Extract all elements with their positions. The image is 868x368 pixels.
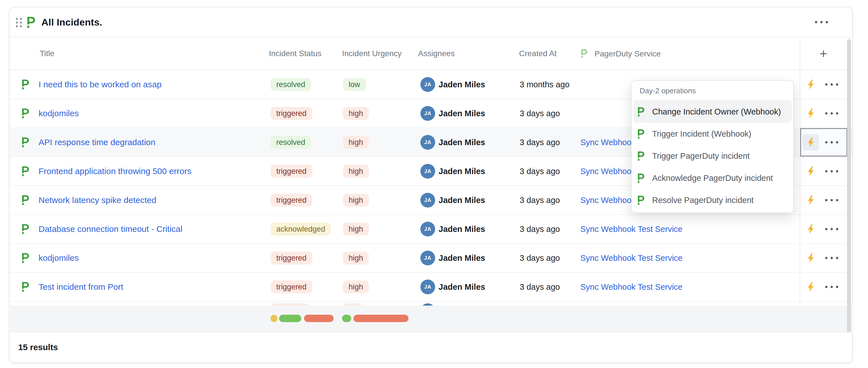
status-distribution-pill bbox=[304, 315, 334, 322]
urgency-badge: low bbox=[343, 78, 366, 91]
urgency-badge: high bbox=[343, 136, 369, 149]
table-row[interactable]: Database connection timeout - Critical a… bbox=[10, 215, 852, 244]
menu-item-trigger-incident[interactable]: Trigger Incident (Webhook) bbox=[632, 123, 794, 145]
run-automation-button[interactable] bbox=[803, 105, 819, 122]
pagerduty-icon bbox=[21, 79, 30, 90]
avatar: JA bbox=[421, 279, 435, 294]
row-actions-cell bbox=[800, 186, 847, 214]
lightning-icon bbox=[806, 137, 815, 148]
run-automation-button[interactable] bbox=[803, 221, 819, 237]
column-header-label: PagerDuty Service bbox=[594, 49, 661, 58]
avatar: JA bbox=[421, 77, 435, 92]
row-menu-button[interactable] bbox=[825, 257, 838, 259]
summary-band bbox=[10, 306, 853, 332]
created-at: 3 days ago bbox=[520, 109, 560, 118]
run-automation-button[interactable] bbox=[803, 163, 819, 179]
status-badge: triggered bbox=[271, 194, 312, 207]
status-distribution-pill bbox=[271, 315, 277, 322]
service-link[interactable]: Sync Webhook Test Service bbox=[580, 254, 682, 263]
vertical-scrollbar[interactable] bbox=[847, 39, 851, 332]
status-badge: resolved bbox=[271, 78, 311, 91]
urgency-badge: high bbox=[343, 223, 369, 236]
assignee-name: Jaden Miles bbox=[438, 254, 485, 263]
widget-menu-button[interactable] bbox=[815, 21, 828, 23]
column-header-created-at[interactable]: Created At bbox=[519, 49, 557, 58]
status-badge: triggered bbox=[271, 107, 312, 120]
row-menu-button[interactable] bbox=[825, 112, 838, 114]
day2-operations-menu: Day-2 operations Change Incident Owner (… bbox=[631, 80, 794, 213]
lightning-icon bbox=[806, 195, 815, 205]
menu-item-change-incident-owner[interactable]: Change Incident Owner (Webhook) bbox=[633, 101, 792, 123]
run-automation-button[interactable] bbox=[803, 134, 819, 150]
created-at: 3 days ago bbox=[520, 254, 560, 263]
assignee-name: Jaden Miles bbox=[438, 109, 485, 118]
created-at: 3 days ago bbox=[520, 225, 560, 234]
pagerduty-icon bbox=[637, 195, 645, 205]
column-header-pagerduty-service[interactable]: PagerDuty Service bbox=[580, 49, 661, 58]
row-actions-cell bbox=[800, 215, 847, 243]
run-automation-button[interactable] bbox=[803, 192, 819, 208]
row-actions-cell bbox=[800, 273, 847, 301]
assignee-name: Jaden Miles bbox=[438, 196, 485, 205]
incident-title-link[interactable]: Network latency spike detected bbox=[38, 195, 156, 205]
pagerduty-icon bbox=[637, 173, 645, 183]
assignee-name: Jaden Miles bbox=[438, 167, 485, 176]
service-link[interactable]: Sync Webhook Test Service bbox=[580, 225, 682, 234]
run-automation-button[interactable] bbox=[803, 250, 819, 266]
status-badge: triggered bbox=[271, 252, 312, 265]
urgency-distribution-pill bbox=[353, 315, 408, 322]
row-menu-button[interactable] bbox=[825, 199, 838, 201]
incident-title-link[interactable]: Frontend application throwing 500 errors bbox=[38, 166, 191, 176]
drag-handle-icon[interactable] bbox=[16, 18, 22, 27]
avatar: JA bbox=[421, 250, 435, 265]
run-automation-button[interactable] bbox=[803, 76, 819, 93]
pagerduty-icon bbox=[21, 224, 30, 234]
widget-title-bar: All Incidents. bbox=[10, 7, 852, 37]
avatar: JA bbox=[421, 106, 435, 121]
menu-section-title: Day-2 operations bbox=[632, 81, 794, 101]
incident-title-link[interactable]: API response time degradation bbox=[38, 137, 155, 147]
urgency-badge: high bbox=[343, 107, 369, 120]
menu-item-acknowledge-pagerduty-incident[interactable]: Acknowledge PagerDuty incident bbox=[632, 167, 794, 189]
add-column-button[interactable]: + bbox=[800, 37, 847, 70]
incident-title-link[interactable]: kodjomiles bbox=[38, 253, 79, 263]
lightning-icon bbox=[806, 253, 815, 263]
column-header-incident-status[interactable]: Incident Status bbox=[269, 49, 321, 58]
pagerduty-icon bbox=[21, 137, 30, 148]
pagerduty-icon bbox=[21, 282, 30, 292]
row-menu-button[interactable] bbox=[825, 228, 838, 230]
results-count: 15 results bbox=[18, 342, 58, 352]
row-actions-cell bbox=[800, 70, 847, 99]
created-at: 3 days ago bbox=[520, 138, 560, 147]
service-link[interactable]: Sync Webhook Test Service bbox=[580, 282, 682, 292]
row-menu-button[interactable] bbox=[825, 83, 838, 86]
status-badge: acknowledged bbox=[271, 223, 331, 236]
menu-item-resolve-pagerduty-incident[interactable]: Resolve PagerDuty incident bbox=[632, 189, 794, 211]
incident-title-link[interactable]: I need this to be worked on asap bbox=[38, 80, 162, 89]
lightning-icon bbox=[806, 281, 815, 292]
incident-title-link[interactable]: Database connection timeout - Critical bbox=[38, 224, 182, 234]
pagerduty-icon bbox=[21, 195, 30, 205]
status-distribution-pill bbox=[279, 315, 301, 322]
column-header-title[interactable]: Title bbox=[40, 49, 55, 58]
avatar: JA bbox=[421, 135, 435, 150]
pagerduty-icon bbox=[637, 129, 645, 139]
incident-title-link[interactable]: kodjomiles bbox=[38, 109, 79, 118]
page: All Incidents. Title Incident Status Inc… bbox=[0, 0, 868, 368]
table-row[interactable]: kodjomiles triggered high JA Jaden Miles… bbox=[10, 244, 852, 273]
row-menu-button[interactable] bbox=[825, 141, 838, 143]
assignee-name: Jaden Miles bbox=[438, 225, 485, 234]
row-menu-button[interactable] bbox=[825, 286, 838, 288]
actions-column-divider bbox=[800, 37, 800, 306]
pagerduty-logo-icon bbox=[26, 16, 36, 28]
column-header-assignees[interactable]: Assignees bbox=[418, 49, 455, 58]
widget-title: All Incidents. bbox=[41, 17, 102, 28]
column-header-incident-urgency[interactable]: Incident Urgency bbox=[342, 49, 402, 58]
row-menu-button[interactable] bbox=[825, 170, 838, 172]
run-automation-button[interactable] bbox=[803, 279, 819, 295]
incident-title-link[interactable]: Test incident from Port bbox=[38, 282, 123, 292]
lightning-icon bbox=[806, 166, 815, 177]
pagerduty-icon bbox=[637, 151, 645, 161]
table-row[interactable]: Test incident from Port triggered high J… bbox=[10, 273, 852, 302]
menu-item-trigger-pagerduty-incident[interactable]: Trigger PagerDuty incident bbox=[632, 145, 794, 167]
